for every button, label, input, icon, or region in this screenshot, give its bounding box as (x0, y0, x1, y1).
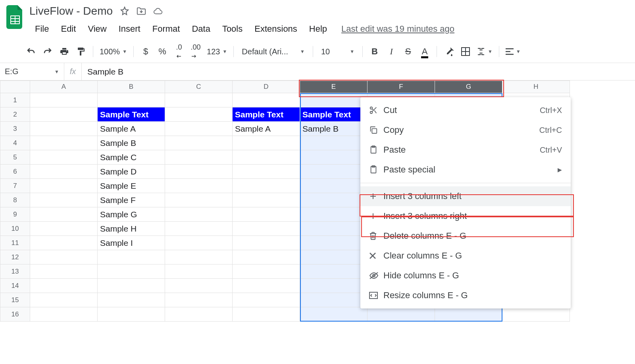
row-header-1[interactable]: 1 (0, 93, 30, 107)
redo-button[interactable] (40, 44, 56, 59)
cell-B16[interactable] (98, 307, 165, 322)
cell-B1[interactable] (98, 93, 165, 107)
row-header-8[interactable]: 8 (0, 193, 30, 207)
ctx-insert-right[interactable]: Insert 3 columns right (360, 206, 571, 226)
cell-D8[interactable] (233, 193, 300, 207)
last-edit-link[interactable]: Last edit was 19 minutes ago (341, 24, 454, 34)
cell-E11[interactable] (300, 236, 368, 250)
menu-tools[interactable]: Tools (217, 21, 248, 36)
cell-C15[interactable] (165, 293, 233, 307)
cell-B14[interactable] (98, 279, 165, 293)
undo-button[interactable] (23, 44, 39, 59)
cell-D2[interactable]: Sample Text (233, 107, 300, 122)
row-header-12[interactable]: 12 (0, 250, 30, 264)
row-header-13[interactable]: 13 (0, 264, 30, 279)
cell-B9[interactable]: Sample G (98, 207, 165, 222)
cell-C12[interactable] (165, 250, 233, 264)
move-folder-icon[interactable] (137, 6, 146, 16)
cell-E10[interactable] (300, 222, 368, 236)
col-header-G[interactable]: G (435, 80, 502, 93)
menu-edit[interactable]: Edit (55, 21, 81, 36)
align-button[interactable]: ▼ (503, 48, 523, 55)
cloud-icon[interactable] (153, 6, 163, 16)
cell-D7[interactable] (233, 179, 300, 193)
cell-C6[interactable] (165, 165, 233, 179)
cell-A14[interactable] (30, 279, 98, 293)
borders-button[interactable] (458, 44, 473, 59)
cell-D10[interactable] (233, 222, 300, 236)
fill-color-button[interactable] (441, 44, 457, 59)
cell-B8[interactable]: Sample F (98, 193, 165, 207)
cell-D9[interactable] (233, 207, 300, 222)
cell-B10[interactable]: Sample H (98, 222, 165, 236)
cell-B15[interactable] (98, 293, 165, 307)
cell-E12[interactable] (300, 250, 368, 264)
cell-E1[interactable] (300, 93, 368, 107)
cell-C1[interactable] (165, 93, 233, 107)
cell-B2[interactable]: Sample Text (98, 107, 165, 122)
cell-B6[interactable]: Sample D (98, 165, 165, 179)
cell-D11[interactable] (233, 236, 300, 250)
ctx-paste-special[interactable]: Paste special ▶ (360, 160, 571, 180)
cell-C8[interactable] (165, 193, 233, 207)
cell-A10[interactable] (30, 222, 98, 236)
percent-button[interactable]: % (154, 44, 170, 59)
col-header-E[interactable]: E (300, 80, 368, 93)
cell-D16[interactable] (233, 307, 300, 322)
ctx-hide[interactable]: Hide columns E - G (360, 266, 571, 285)
col-header-B[interactable]: B (98, 80, 165, 93)
row-header-3[interactable]: 3 (0, 122, 30, 136)
menu-format[interactable]: Format (147, 21, 186, 36)
cell-C11[interactable] (165, 236, 233, 250)
cell-A4[interactable] (30, 136, 98, 150)
cell-B5[interactable]: Sample C (98, 150, 165, 165)
cell-B13[interactable] (98, 264, 165, 279)
row-header-16[interactable]: 16 (0, 307, 30, 322)
cell-A6[interactable] (30, 165, 98, 179)
font-select[interactable]: Default (Ari...▼ (238, 47, 309, 56)
cell-A12[interactable] (30, 250, 98, 264)
col-header-F[interactable]: F (368, 80, 435, 93)
cell-E2[interactable]: Sample Text (300, 107, 368, 122)
menu-data[interactable]: Data (186, 21, 216, 36)
currency-button[interactable]: $ (138, 44, 154, 59)
cell-C10[interactable] (165, 222, 233, 236)
name-box[interactable]: E:G▼ (0, 63, 64, 80)
paint-format-button[interactable] (73, 44, 89, 59)
cell-E6[interactable] (300, 165, 368, 179)
row-header-7[interactable]: 7 (0, 179, 30, 193)
menu-extensions[interactable]: Extensions (249, 21, 303, 36)
cell-C3[interactable] (165, 122, 233, 136)
cell-E15[interactable] (300, 293, 368, 307)
cell-E4[interactable] (300, 136, 368, 150)
cell-D12[interactable] (233, 250, 300, 264)
cell-B4[interactable]: Sample B (98, 136, 165, 150)
row-header-4[interactable]: 4 (0, 136, 30, 150)
row-header-10[interactable]: 10 (0, 222, 30, 236)
italic-button[interactable]: I (383, 44, 399, 59)
zoom-select[interactable]: 100%▼ (97, 47, 129, 56)
cell-F16[interactable] (368, 307, 435, 322)
menu-file[interactable]: File (29, 21, 54, 36)
row-header-2[interactable]: 2 (0, 107, 30, 122)
cell-C2[interactable] (165, 107, 233, 122)
cell-C16[interactable] (165, 307, 233, 322)
star-icon[interactable] (120, 6, 129, 16)
cell-C9[interactable] (165, 207, 233, 222)
cell-D3[interactable]: Sample A (233, 122, 300, 136)
cell-A3[interactable] (30, 122, 98, 136)
cell-D13[interactable] (233, 264, 300, 279)
row-header-14[interactable]: 14 (0, 279, 30, 293)
col-header-C[interactable]: C (165, 80, 233, 93)
fontsize-select[interactable]: 10▼ (317, 47, 358, 56)
cell-A8[interactable] (30, 193, 98, 207)
cell-B3[interactable]: Sample A (98, 122, 165, 136)
menu-view[interactable]: View (82, 21, 112, 36)
row-header-15[interactable]: 15 (0, 293, 30, 307)
cell-D6[interactable] (233, 165, 300, 179)
ctx-copy[interactable]: Copy Ctrl+C (360, 120, 571, 140)
cell-C4[interactable] (165, 136, 233, 150)
bold-button[interactable]: B (367, 44, 383, 59)
row-header-5[interactable]: 5 (0, 150, 30, 165)
row-header-9[interactable]: 9 (0, 207, 30, 222)
